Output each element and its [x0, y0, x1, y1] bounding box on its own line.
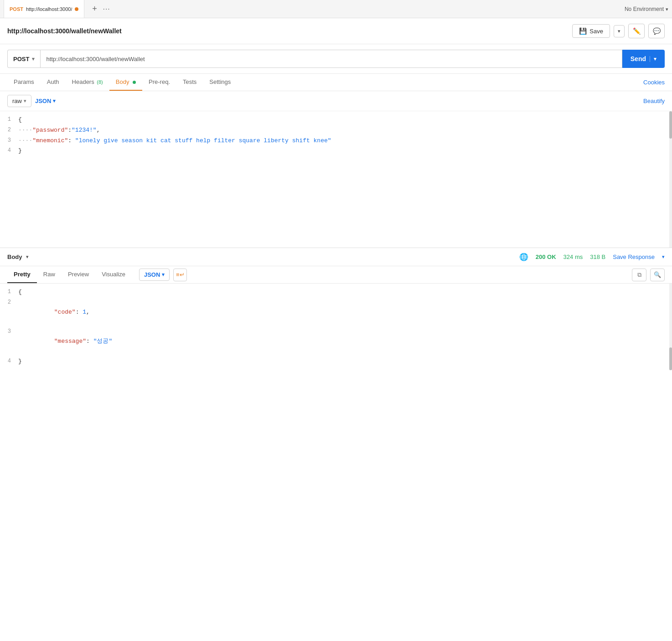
environment-label: No Environment — [625, 6, 664, 12]
save-dropdown-button[interactable]: ▾ — [614, 25, 625, 37]
line-content-3: ····"mnemonic": "lonely give season kit … — [18, 136, 672, 146]
tab-unsaved-dot — [75, 7, 78, 11]
response-size: 318 B — [590, 253, 605, 260]
tab-prereq[interactable]: Pre-req. — [142, 74, 176, 91]
save-response-arrow-icon[interactable]: ▾ — [662, 254, 665, 260]
resp-line-number-3: 3 — [0, 327, 18, 336]
editor-line-4: 4 } — [0, 146, 672, 156]
request-tabs-row: Params Auth Headers (8) Body Pre-req. Te… — [0, 74, 672, 91]
headers-badge: (8) — [97, 79, 103, 85]
response-tabs-row: Pretty Raw Preview Visualize JSON ▾ ≡↵ ⧉… — [0, 266, 672, 284]
resp-scrollbar-thumb — [669, 347, 672, 370]
line-content-1: { — [18, 115, 672, 125]
raw-chevron-icon: ▾ — [24, 98, 26, 104]
save-button[interactable]: 💾 Save — [572, 24, 610, 38]
edit-icon: ✏️ — [633, 27, 641, 35]
send-button[interactable]: Send ▾ — [622, 50, 665, 68]
tabs-row-right: Cookies — [643, 79, 665, 86]
header-actions: 💾 Save ▾ ✏️ 💬 — [572, 24, 665, 38]
json-label: JSON — [35, 98, 51, 104]
active-tab[interactable]: POST http://localhost:3000/ — [4, 0, 84, 18]
line-content-4: } — [18, 146, 672, 156]
resp-line-content-1: { — [18, 288, 672, 297]
save-label: Save — [589, 28, 603, 35]
resp-scrollbar[interactable] — [669, 284, 672, 370]
search-icon: 🔍 — [654, 271, 661, 278]
tab-tests[interactable]: Tests — [176, 74, 203, 91]
tab-url: http://localhost:3000/ — [26, 6, 72, 12]
response-meta: 🌐 200 OK 324 ms 318 B Save Response ▾ — [519, 253, 665, 261]
send-dropdown-icon[interactable]: ▾ — [650, 56, 656, 62]
url-row: POST ▾ Send ▾ — [0, 44, 672, 74]
globe-icon: 🌐 — [519, 253, 528, 261]
resp-format-chevron-icon: ▾ — [162, 272, 165, 278]
method-chevron-icon: ▾ — [32, 56, 35, 62]
tab-more-button[interactable]: ··· — [103, 5, 110, 13]
resp-tools: ⧉ 🔍 — [632, 269, 665, 281]
wrap-icon: ≡↵ — [176, 271, 185, 278]
environment-selector[interactable]: No Environment — [625, 6, 668, 12]
method-selector[interactable]: POST ▾ — [7, 50, 40, 68]
raw-selector[interactable]: raw ▾ — [7, 95, 31, 107]
response-header: Body ▾ 🌐 200 OK 324 ms 318 B Save Respon… — [0, 248, 672, 266]
resp-format-label: JSON — [144, 271, 160, 278]
status-badge: 200 OK — [536, 253, 556, 260]
resp-line-number-4: 4 — [0, 357, 18, 366]
line-number-2: 2 — [0, 126, 18, 134]
resp-line-1: 1 { — [0, 287, 672, 298]
response-dropdown-icon[interactable]: ▾ — [26, 254, 29, 260]
copy-icon: ⧉ — [637, 271, 641, 279]
resp-tab-raw[interactable]: Raw — [37, 266, 62, 283]
resp-tab-preview[interactable]: Preview — [62, 266, 95, 283]
tab-bar: POST http://localhost:3000/ + ··· No Env… — [0, 0, 672, 18]
response-editor: 1 { 2 "code": 1, 3 "message": "성공" 4 } — [0, 284, 672, 370]
resp-line-2: 2 "code": 1, — [0, 298, 672, 327]
line-number-4: 4 — [0, 146, 18, 155]
cookies-link[interactable]: Cookies — [643, 79, 665, 86]
tab-params[interactable]: Params — [7, 74, 41, 91]
body-options-row: raw ▾ JSON ▾ Beautify — [0, 91, 672, 111]
request-title: http://localhost:3000/wallet/newWallet — [7, 27, 122, 35]
editor-scrollbar-thumb — [669, 111, 672, 139]
raw-label: raw — [12, 98, 22, 104]
environment-chevron-icon — [666, 6, 668, 12]
comment-button[interactable]: 💬 — [648, 24, 665, 38]
request-editor[interactable]: 1 { 2 ····"password":"1234!", 3 ····"mne… — [0, 111, 672, 248]
new-tab-button[interactable]: + — [88, 3, 101, 16]
body-active-dot — [133, 81, 136, 84]
line-number-3: 3 — [0, 136, 18, 145]
edit-button[interactable]: ✏️ — [628, 24, 645, 38]
line-number-1: 1 — [0, 115, 18, 124]
resp-line-4: 4 } — [0, 357, 672, 367]
save-icon: 💾 — [579, 27, 587, 35]
request-header: http://localhost:3000/wallet/newWallet 💾… — [0, 18, 672, 44]
comment-icon: 💬 — [653, 27, 661, 35]
url-input[interactable] — [40, 50, 622, 68]
resp-copy-button[interactable]: ⧉ — [632, 269, 646, 281]
resp-tab-visualize[interactable]: Visualize — [95, 266, 132, 283]
json-selector[interactable]: JSON ▾ — [35, 98, 56, 104]
json-chevron-icon: ▾ — [53, 98, 56, 104]
resp-search-button[interactable]: 🔍 — [650, 269, 665, 281]
editor-scrollbar[interactable] — [669, 111, 672, 248]
editor-line-1: 1 { — [0, 115, 672, 125]
response-time: 324 ms — [563, 253, 583, 260]
tab-auth[interactable]: Auth — [41, 74, 66, 91]
editor-line-2: 2 ····"password":"1234!", — [0, 125, 672, 136]
resp-line-3: 3 "message": "성공" — [0, 327, 672, 356]
editor-line-3: 3 ····"mnemonic": "lonely give season ki… — [0, 136, 672, 146]
resp-wrap-button[interactable]: ≡↵ — [173, 269, 187, 281]
send-label: Send — [631, 55, 646, 62]
line-content-2: ····"password":"1234!", — [18, 126, 672, 135]
tab-body[interactable]: Body — [109, 74, 142, 91]
resp-format-selector[interactable]: JSON ▾ — [139, 269, 170, 281]
tab-method: POST — [10, 6, 23, 12]
tab-headers[interactable]: Headers (8) — [66, 74, 109, 91]
resp-line-number-1: 1 — [0, 288, 18, 296]
save-response-button[interactable]: Save Response — [613, 253, 655, 260]
resp-line-content-3: "message": "성공" — [18, 327, 672, 356]
tab-settings[interactable]: Settings — [203, 74, 237, 91]
resp-tab-pretty[interactable]: Pretty — [7, 266, 37, 283]
response-title-label[interactable]: Body — [7, 253, 22, 260]
beautify-button[interactable]: Beautify — [643, 98, 665, 104]
